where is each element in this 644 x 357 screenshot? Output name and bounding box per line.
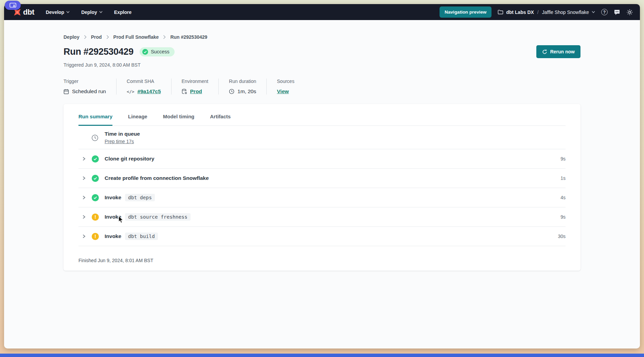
- step-row-dbt-source-freshness[interactable]: ! Invoke dbt source freshness 9s: [78, 207, 566, 227]
- desktop-frame: dbt Develop Deploy Explore Navigation pr…: [0, 0, 644, 357]
- feedback-icon: [614, 9, 620, 15]
- meta-run-duration: Run duration 1m, 20s: [229, 79, 267, 95]
- app-window: dbt Develop Deploy Explore Navigation pr…: [4, 4, 640, 348]
- title-row: Run #292530429 Success Rerun now: [64, 45, 580, 58]
- breadcrumb-prod[interactable]: Prod: [91, 34, 102, 40]
- gear-icon: [626, 9, 633, 16]
- settings-button[interactable]: [626, 9, 633, 16]
- clock-icon: [229, 89, 234, 94]
- status-icon: !: [92, 175, 99, 182]
- step-row-clone-git[interactable]: ! Clone git repository 9s: [78, 149, 566, 169]
- project-switcher[interactable]: dbt Labs DX / Jaffle Shop Snowflake: [498, 10, 595, 15]
- status-icon: !: [92, 194, 99, 201]
- status-badge: Success: [140, 47, 175, 56]
- step-duration: 9s: [560, 214, 566, 220]
- step-duration: 9s: [560, 156, 566, 162]
- bottom-accent-bar: [0, 354, 644, 357]
- breadcrumb-run: Run #292530429: [170, 34, 207, 40]
- chevron-down-icon: [66, 11, 70, 13]
- step-duration: 1s: [560, 175, 566, 181]
- run-summary-card: Run summary Lineage Model timing Artifac…: [64, 104, 580, 271]
- chevron-right-icon: [163, 35, 166, 39]
- prep-time-link[interactable]: Prep time 17s: [105, 139, 134, 144]
- step-row-dbt-deps[interactable]: ! Invoke dbt deps 4s: [78, 188, 566, 207]
- breadcrumb-deploy[interactable]: Deploy: [64, 34, 79, 40]
- chevron-down-icon: [99, 11, 103, 13]
- step-duration: 30s: [558, 234, 566, 239]
- meta-environment: Environment Prod: [182, 79, 219, 95]
- step-duration: 4s: [560, 195, 566, 200]
- expand-chevron-icon[interactable]: [82, 156, 87, 161]
- tab-model-timing[interactable]: Model timing: [163, 114, 195, 126]
- menu-deploy[interactable]: Deploy: [81, 10, 103, 15]
- step-code: dbt deps: [125, 194, 155, 201]
- expand-chevron-icon[interactable]: [82, 215, 87, 219]
- step-row-dbt-build[interactable]: ! Invoke dbt build 30s: [78, 227, 566, 246]
- status-icon: !: [92, 214, 99, 221]
- status-icon: !: [92, 155, 99, 163]
- commit-sha-link[interactable]: #9a147c5: [138, 88, 161, 95]
- database-icon: [182, 89, 187, 95]
- refresh-icon: [542, 49, 547, 54]
- navigation-preview-button[interactable]: Navigation preview: [440, 6, 491, 18]
- expand-chevron-icon[interactable]: [82, 195, 87, 200]
- meta-sources: Sources View: [277, 79, 304, 95]
- meta-commit-sha: Commit SHA </> #9a147c5: [127, 79, 172, 95]
- menu-develop[interactable]: Develop: [46, 10, 70, 15]
- tab-bar: Run summary Lineage Model timing Artifac…: [78, 104, 566, 126]
- time-in-queue-row: Time in queue Prep time 17s: [78, 126, 566, 149]
- folder-icon: [498, 10, 503, 15]
- top-navbar: dbt Develop Deploy Explore Navigation pr…: [4, 4, 640, 20]
- breadcrumb-separator: /: [537, 10, 539, 15]
- status-icon: !: [92, 233, 99, 240]
- project-name: Jaffle Shop Snowflake: [542, 10, 589, 15]
- run-metadata: Trigger Scheduled run Commit SHA </> #: [64, 79, 580, 95]
- finished-timestamp: Finished Jun 9, 2024, 8:01 AM BST: [78, 246, 566, 263]
- tab-run-summary[interactable]: Run summary: [78, 114, 112, 126]
- triggered-timestamp: Triggered Jun 9, 2024, 8:00 AM BST: [64, 62, 580, 68]
- breadcrumb: Deploy Prod Prod Full Snowflake Run #292…: [64, 20, 580, 40]
- dbt-logo-text: dbt: [23, 8, 34, 17]
- timer-icon: [91, 134, 99, 141]
- menu-explore[interactable]: Explore: [114, 10, 131, 15]
- chevron-right-icon: [106, 35, 109, 39]
- environment-link[interactable]: Prod: [190, 88, 202, 95]
- step-code: dbt source freshness: [125, 213, 191, 221]
- meta-trigger: Trigger Scheduled run: [64, 79, 117, 95]
- sources-view-link[interactable]: View: [277, 88, 289, 95]
- step-code: dbt build: [125, 233, 158, 240]
- navbar-right: Navigation preview dbt Labs DX / Jaffle …: [440, 6, 633, 18]
- expand-chevron-icon[interactable]: [82, 234, 87, 239]
- page-content: Deploy Prod Prod Full Snowflake Run #292…: [4, 20, 640, 348]
- main-menu: Develop Deploy Explore: [46, 10, 132, 15]
- tab-artifacts[interactable]: Artifacts: [210, 114, 231, 126]
- feedback-button[interactable]: [614, 9, 620, 15]
- screen-share-icon: [10, 3, 16, 8]
- chevron-down-icon: [592, 11, 595, 13]
- screen-share-badge[interactable]: [5, 1, 21, 10]
- chevron-right-icon: [84, 35, 87, 39]
- code-icon: </>: [127, 89, 135, 94]
- calendar-icon: [64, 89, 69, 95]
- step-row-create-profile[interactable]: ! Create profile from connection Snowfla…: [78, 169, 566, 188]
- rerun-now-button[interactable]: Rerun now: [536, 45, 580, 58]
- success-check-icon: [142, 49, 148, 55]
- expand-chevron-icon[interactable]: [82, 176, 87, 181]
- breadcrumb-job[interactable]: Prod Full Snowflake: [113, 34, 159, 40]
- account-name: dbt Labs DX: [506, 10, 534, 15]
- page-title: Run #292530429: [64, 47, 133, 57]
- tab-lineage[interactable]: Lineage: [128, 114, 147, 126]
- help-icon: ?: [601, 9, 608, 15]
- queue-title: Time in queue: [105, 131, 140, 137]
- help-button[interactable]: ?: [601, 9, 608, 15]
